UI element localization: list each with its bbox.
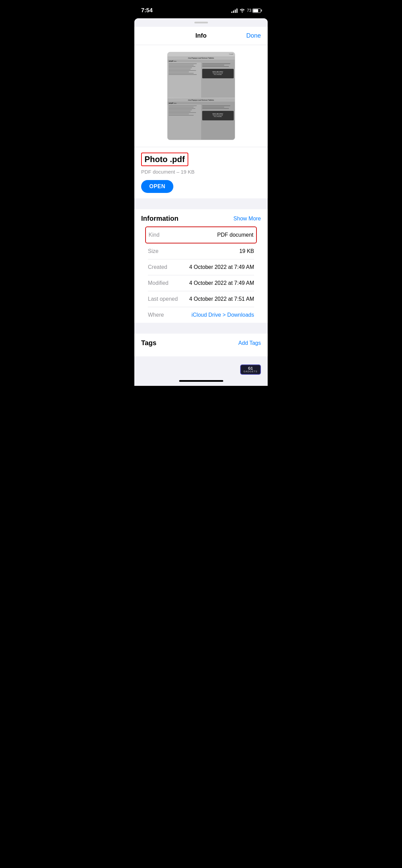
- info-row-kind: Kind PDF document: [145, 226, 257, 243]
- show-more-button[interactable]: Show More: [233, 216, 261, 222]
- where-value[interactable]: iCloud Drive > Downloads: [191, 312, 254, 318]
- info-row-created: Created 4 October 2022 at 7:49 AM: [148, 259, 254, 275]
- section-spacer-2: [134, 323, 268, 328]
- done-button[interactable]: Done: [244, 32, 261, 39]
- file-meta: PDF document – 19 KB: [141, 169, 261, 175]
- battery-level: 73: [247, 8, 251, 13]
- tags-title: Tags: [141, 339, 156, 347]
- page-title: Info: [195, 32, 207, 39]
- battery-icon: [252, 8, 261, 13]
- size-value: 19 KB: [239, 248, 254, 254]
- pdf-preview: Caripill rica Papaya Leaf Extract Tablet…: [167, 52, 235, 140]
- information-header: Information Show More: [141, 215, 261, 222]
- information-section: Information Show More Kind PDF document …: [134, 209, 268, 323]
- info-row-modified: Modified 4 October 2022 at 7:49 AM: [148, 275, 254, 291]
- information-title: Information: [141, 215, 178, 222]
- add-tags-button[interactable]: Add Tags: [238, 340, 261, 346]
- watermark: G1 GADGETS: [240, 364, 261, 375]
- battery-indicator: 73: [247, 8, 261, 13]
- created-value: 4 October 2022 at 7:49 AM: [189, 264, 254, 270]
- home-bar: [179, 380, 223, 382]
- status-time: 7:54: [141, 7, 153, 14]
- wifi-icon: [240, 8, 245, 14]
- where-label: Where: [148, 312, 164, 318]
- file-name: Photo .pdf: [145, 155, 185, 164]
- info-row-size: Size 19 KB: [148, 243, 254, 259]
- open-button[interactable]: OPEN: [141, 180, 173, 193]
- watermark-g1: G1: [248, 367, 253, 370]
- file-info-section: Photo .pdf PDF document – 19 KB OPEN: [134, 147, 268, 198]
- modified-label: Modified: [148, 280, 168, 286]
- main-content: Info Done Caripill rica Papaya Leaf Extr…: [134, 18, 268, 386]
- kind-value: PDF document: [217, 232, 253, 238]
- info-row-last-opened: Last opened 4 October 2022 at 7:51 AM: [148, 291, 254, 307]
- info-rows: Kind PDF document Size 19 KB Created 4 O…: [141, 226, 261, 323]
- last-opened-value: 4 October 2022 at 7:51 AM: [189, 296, 254, 302]
- info-row-where: Where iCloud Drive > Downloads: [148, 307, 254, 323]
- tags-section: Tags Add Tags: [134, 334, 268, 356]
- created-label: Created: [148, 264, 167, 270]
- pull-tab: [134, 18, 268, 27]
- header: Info Done: [134, 27, 268, 45]
- home-indicator: [134, 377, 268, 386]
- preview-section: Caripill rica Papaya Leaf Extract Tablet…: [134, 45, 268, 147]
- status-icons: 73: [231, 8, 261, 14]
- tags-header: Tags Add Tags: [141, 339, 261, 347]
- watermark-gadgets: GADGETS: [244, 370, 257, 373]
- size-label: Size: [148, 248, 158, 254]
- status-bar: 7:54 73: [134, 0, 268, 17]
- modified-value: 4 October 2022 at 7:49 AM: [189, 280, 254, 286]
- last-opened-label: Last opened: [148, 296, 178, 302]
- section-spacer: [134, 198, 268, 204]
- file-name-box: Photo .pdf: [141, 153, 188, 166]
- kind-label: Kind: [149, 232, 159, 238]
- signal-icon: [231, 8, 237, 13]
